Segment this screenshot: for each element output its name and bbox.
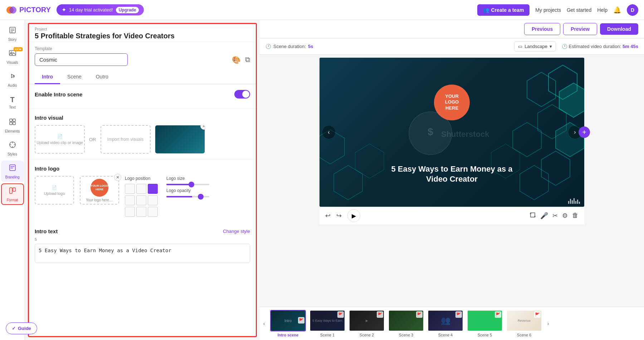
help-link[interactable]: Help	[597, 7, 608, 13]
thumb-flag-6: 🚩	[534, 311, 541, 318]
scene-thumb-6[interactable]: Revenue 🚩 Scene 6	[504, 310, 544, 337]
upload-logo-icon: 📄	[52, 185, 57, 190]
copy-icon[interactable]: ⧉	[245, 56, 250, 64]
svg-point-1	[9, 6, 16, 14]
estimated-value: 5m 45s	[623, 44, 638, 49]
logo-opacity-slider[interactable]	[166, 196, 209, 197]
mic-icon[interactable]: 🎤	[540, 212, 548, 220]
audio-bar-7	[579, 202, 580, 204]
sidebar-item-visuals[interactable]: NEW Visuals	[1, 46, 24, 67]
visual-preview[interactable]: ✕	[155, 125, 205, 154]
landscape-icon: ▭	[518, 44, 522, 49]
add-scene-button[interactable]: +	[579, 126, 590, 138]
guide-button[interactable]: ✓ Guide	[6, 322, 37, 334]
logo-row: 📄 Upload logo ✕ YOUR LOGO HERE Your logo…	[35, 176, 250, 217]
pos-cell-2-0[interactable]	[125, 207, 135, 217]
download-button[interactable]: Download	[600, 23, 638, 35]
sidebar-item-styles[interactable]: Styles	[1, 138, 24, 159]
change-style-button[interactable]: Change style	[223, 229, 250, 234]
pos-cell-0-2[interactable]	[148, 184, 158, 194]
sidebar-item-story[interactable]: Story	[1, 23, 24, 44]
sidebar-item-audio[interactable]: Audio	[1, 69, 24, 90]
estimated-label: Estimated video duration:	[569, 44, 621, 49]
undo-icon[interactable]: ↩	[325, 212, 331, 220]
intro-text-input[interactable]: 5 Easy Ways to Earn Money as a Video Cre…	[35, 244, 250, 263]
import-visuals-box[interactable]: Import from visuals	[101, 125, 151, 154]
preview-button[interactable]: Preview	[563, 23, 597, 35]
pos-cell-2-2[interactable]	[148, 207, 158, 217]
upgrade-button[interactable]: Upgrade	[116, 7, 139, 13]
pos-cell-1-1[interactable]	[136, 195, 146, 205]
intro-text-title: Intro text	[35, 228, 58, 234]
previous-button[interactable]: Previous	[524, 23, 560, 35]
avatar[interactable]: D	[627, 4, 638, 16]
sidebar: Story NEW Visuals Audio T	[0, 20, 25, 340]
scene-thumb-1[interactable]: 5 Easy Ways to Earn 🚩 Scene 1	[308, 310, 347, 337]
thumb-wrapper-5: 🚩	[467, 310, 503, 331]
scene-thumb-2[interactable]: ▶ 🚩 Scene 2	[347, 310, 386, 337]
logo-remove-button[interactable]: ✕	[114, 174, 121, 181]
template-input[interactable]	[35, 53, 128, 66]
trash-icon[interactable]: 🗑	[572, 212, 579, 220]
enable-intro-header: Enable Intro scene	[35, 90, 250, 99]
scene-1-label: Scene 1	[320, 333, 335, 337]
sidebar-item-text[interactable]: T Text	[1, 92, 24, 113]
tab-scene[interactable]: Scene	[60, 70, 89, 84]
navbar-left: PICTORY ✦ 14 day trial activated! Upgrad…	[6, 4, 144, 16]
prev-scene-arrow[interactable]: ‹	[322, 126, 335, 139]
scene-thumb-3[interactable]: 🚩 Scene 3	[386, 310, 426, 337]
thumb-flag-4: 🚩	[455, 311, 462, 318]
chevron-down-icon: ▾	[550, 44, 552, 49]
strip-left-arrow[interactable]: ‹	[260, 321, 268, 326]
settings-icon[interactable]: ⚙	[562, 212, 568, 220]
scene-thumb-5[interactable]: 🚩 Scene 5	[465, 310, 504, 337]
create-team-button[interactable]: 👥 Create a team	[477, 4, 530, 16]
logo-position-group: Logo position	[125, 176, 158, 217]
logo-preview-box[interactable]: ✕ YOUR LOGO HERE Your logo here....	[80, 176, 119, 205]
elements-icon	[9, 118, 16, 128]
sidebar-item-branding[interactable]: Branding	[1, 161, 24, 182]
logo-size-slider[interactable]	[166, 184, 209, 185]
format-icon	[9, 187, 16, 197]
audio-bar-2	[570, 199, 571, 204]
scene-thumb-intro[interactable]: 👁 Intro 🚩 Intro scene	[268, 310, 308, 337]
pos-cell-1-0[interactable]	[125, 195, 135, 205]
landscape-selector[interactable]: ▭ Landscape ▾	[514, 41, 556, 52]
pos-cell-0-0[interactable]	[125, 184, 135, 194]
scissors-icon[interactable]: ✂	[552, 212, 558, 220]
pos-cell-1-2[interactable]	[148, 195, 158, 205]
trial-text: 14 day trial activated!	[69, 7, 113, 13]
upload-logo-box[interactable]: 📄 Upload logo	[35, 176, 74, 205]
intro-logo-section: Intro logo 📄 Upload logo ✕ YOUR LOGO HER…	[29, 160, 256, 222]
tab-intro[interactable]: Intro	[35, 70, 60, 84]
trial-badge[interactable]: ✦ 14 day trial activated! Upgrade	[57, 4, 144, 15]
scene-thumb-4[interactable]: 👥 🚩 Scene 4	[426, 310, 465, 337]
sidebar-item-elements[interactable]: Elements	[1, 115, 24, 136]
redo-icon[interactable]: ↪	[336, 212, 342, 220]
check-icon: ✓	[12, 326, 16, 331]
tab-outro[interactable]: Outro	[89, 70, 116, 84]
crop-icon[interactable]	[530, 212, 536, 220]
elements-label: Elements	[5, 129, 20, 133]
main-layout: Story NEW Visuals Audio T	[0, 20, 644, 340]
navbar-right: 👥 Create a team My projects Get started …	[477, 4, 638, 16]
strip-right-arrow[interactable]: ›	[544, 321, 552, 326]
upload-video-box[interactable]: 📄 Upload video clip or image	[35, 125, 85, 154]
svg-rect-15	[13, 188, 15, 191]
intro-text-section: Intro text Change style 5 5 Easy Ways to…	[29, 222, 256, 270]
svg-rect-11	[13, 122, 15, 125]
pos-cell-2-1[interactable]	[136, 207, 146, 217]
enable-intro-toggle[interactable]	[234, 90, 250, 99]
pos-cell-0-1[interactable]	[136, 184, 146, 194]
get-started-link[interactable]: Get started	[567, 7, 591, 13]
text-icon: T	[10, 96, 14, 104]
project-title: 5 Profitable Strategies for Video Creato…	[35, 32, 250, 40]
scene-2-label: Scene 2	[360, 333, 374, 337]
sidebar-item-format[interactable]: Format	[1, 183, 24, 205]
my-projects-link[interactable]: My projects	[535, 7, 561, 13]
notification-bell-icon[interactable]: 🔔	[613, 6, 621, 14]
app-logo[interactable]: PICTORY	[6, 4, 51, 16]
play-button[interactable]: ▶	[347, 209, 360, 222]
palette-icon[interactable]: 🎨	[232, 56, 241, 64]
or-text: OR	[89, 137, 96, 142]
